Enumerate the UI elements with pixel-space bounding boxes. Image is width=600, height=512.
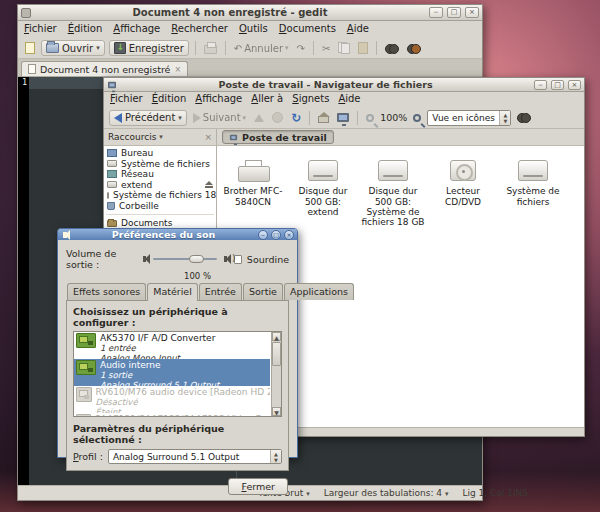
scroll-up-icon[interactable]: ▲: [272, 332, 281, 341]
output-volume-slider[interactable]: [153, 253, 216, 265]
minimize-button[interactable]: ‒: [534, 80, 547, 90]
view-mode-stepper-icon[interactable]: ▲▼: [499, 111, 510, 125]
undo-dropdown-icon: ▾: [285, 44, 289, 52]
menu-aide[interactable]: Aide: [338, 93, 360, 106]
maximize-button[interactable]: □: [447, 7, 461, 18]
back-button[interactable]: Précédent ▾: [109, 110, 187, 126]
back-dropdown-icon[interactable]: ▾: [178, 114, 182, 122]
maximize-button[interactable]: □: [551, 80, 564, 90]
tab-applications[interactable]: Applications: [284, 283, 354, 300]
menu-affichage[interactable]: Affichage: [195, 93, 242, 106]
find-button[interactable]: [383, 40, 401, 56]
menu-signets[interactable]: Signets: [292, 93, 329, 106]
device-row-saa7131[interactable]: SAA7131/SAA7133/SAA7135 Video Broadcast …: [74, 413, 270, 417]
menu-documents[interactable]: Documents: [279, 23, 336, 35]
find-replace-button[interactable]: [405, 40, 423, 56]
scroll-down-icon[interactable]: ▼: [272, 407, 281, 416]
tab-close-icon[interactable]: ×: [174, 65, 181, 74]
device-row-ak5370[interactable]: AK5370 I/F A/D Converter 1 entrée Analog…: [74, 332, 270, 359]
sidebar-header-dropdown-icon[interactable]: ▾: [159, 133, 163, 141]
sidebar-item-systeme-18gb[interactable]: Système de fichiers 18 GB: [104, 190, 216, 201]
file-icon-disque-18gb[interactable]: Disque dur 500 GB: Système de fichiers 1…: [359, 160, 427, 228]
file-icon-disque-extend[interactable]: Disque dur 500 GB: extend: [289, 160, 357, 217]
cut-button[interactable]: ✂: [320, 40, 332, 56]
profile-selector[interactable]: Analog Surround 5.1 Output ▲▼: [108, 449, 282, 464]
search-button[interactable]: [515, 110, 533, 126]
close-dialog-button[interactable]: Fermer: [228, 478, 288, 495]
stop-icon: [272, 112, 283, 123]
sidebar-item-corbeille[interactable]: Corbeille: [104, 201, 216, 212]
menu-outils[interactable]: Outils: [239, 23, 268, 35]
redo-button[interactable]: ↷: [295, 40, 307, 56]
forward-button[interactable]: Suivant ▾: [191, 110, 248, 126]
open-folder-icon: [46, 43, 59, 53]
tab-effets-sonores[interactable]: Effets sonores: [67, 283, 146, 300]
device-row-audio-interne[interactable]: Audio interne 1 sortie Analog Surround 5…: [74, 359, 270, 386]
sidebar-item-reseau[interactable]: Réseau: [104, 169, 216, 180]
file-icon-brother-printer[interactable]: Brother MFC-5840CN: [219, 160, 287, 207]
menu-fichier[interactable]: Fichier: [110, 93, 143, 106]
dialog-title: Préférences du son: [72, 229, 255, 240]
undo-button[interactable]: ↶ Annuler ▾: [232, 40, 291, 56]
sound-preferences-dialog: Préférences du son ‒ □ × Volume de sorti…: [57, 228, 298, 458]
location-button-poste-de-travail[interactable]: Poste de travail: [222, 130, 334, 144]
sidebar-item-documents[interactable]: Documents: [104, 218, 216, 229]
output-volume-label: Volume de sortie :: [66, 248, 136, 270]
computer-button[interactable]: [335, 110, 351, 126]
dialog-titlebar[interactable]: Préférences du son ‒ □ ×: [58, 229, 297, 240]
tab-entree[interactable]: Entrée: [199, 283, 242, 300]
print-button[interactable]: [202, 40, 219, 56]
new-document-icon: [25, 42, 35, 54]
home-button[interactable]: [316, 110, 331, 126]
up-button[interactable]: [252, 110, 266, 126]
maximize-button[interactable]: □: [271, 230, 281, 240]
view-mode-selector[interactable]: Vue en icônes ▲▼: [427, 110, 511, 126]
file-icon-systeme-de-fichiers[interactable]: Système de fichiers: [499, 160, 567, 207]
file-icon-lecteur-cd[interactable]: Lecteur CD/DVD: [429, 160, 497, 207]
menu-edition[interactable]: Édition: [152, 93, 187, 106]
desktop-icon: [107, 149, 117, 157]
zoom-out-button[interactable]: [364, 110, 376, 126]
device-list-scrollbar[interactable]: ▲ ▼: [271, 332, 281, 416]
stop-button[interactable]: [270, 110, 285, 126]
menu-rechercher[interactable]: Rechercher: [171, 23, 228, 35]
document-tab[interactable]: Document 4 non enregistré ×: [21, 61, 188, 76]
copy-button[interactable]: [336, 40, 352, 56]
gedit-app-icon: [21, 8, 31, 18]
minimize-button[interactable]: ‒: [429, 7, 443, 18]
close-button[interactable]: ×: [465, 7, 479, 18]
menu-aller-a[interactable]: Aller à: [251, 93, 283, 106]
menu-affichage[interactable]: Affichage: [113, 23, 160, 35]
scrollbar-thumb[interactable]: [272, 342, 281, 366]
sidebar-item-systeme-de-fichiers[interactable]: Système de fichiers: [104, 159, 216, 170]
menu-edition[interactable]: Édition: [68, 23, 103, 35]
profile-stepper-icon[interactable]: ▲▼: [270, 450, 281, 463]
new-document-button[interactable]: [23, 40, 37, 56]
open-dropdown-icon[interactable]: ▾: [96, 44, 100, 52]
paste-button[interactable]: [356, 40, 370, 56]
sidebar-header[interactable]: Raccourcis ▾ ×: [104, 129, 217, 145]
zoom-in-button[interactable]: [411, 110, 423, 126]
sidebar-item-bureau[interactable]: Bureau: [104, 148, 216, 159]
tab-width-selector[interactable]: Largeur des tabulations: 4 ▾: [324, 488, 449, 498]
print-icon: [204, 45, 217, 54]
minimize-button[interactable]: ‒: [258, 230, 268, 240]
close-button[interactable]: ×: [568, 80, 581, 90]
cd-drive-icon: [450, 160, 476, 181]
slider-handle[interactable]: [189, 255, 204, 263]
mute-label: Sourdine: [247, 254, 289, 265]
open-button[interactable]: Ouvrir ▾: [41, 40, 105, 56]
close-button[interactable]: ×: [284, 230, 294, 240]
save-button[interactable]: Enregistrer: [109, 40, 189, 56]
reload-button[interactable]: ↻: [289, 110, 303, 126]
eject-icon[interactable]: [205, 181, 213, 188]
gedit-titlebar[interactable]: Document 4 non enregistré - gedit ‒ □ ×: [18, 5, 482, 21]
sidebar-item-extend[interactable]: extend: [104, 180, 216, 191]
device-row-rv610[interactable]: RV610/M76 audio device [Radeon HD 2600 S…: [74, 386, 270, 413]
menu-aide[interactable]: Aide: [347, 23, 369, 35]
tab-sortie[interactable]: Sortie: [243, 283, 283, 300]
fm-titlebar[interactable]: Poste de travail - Navigateur de fichier…: [104, 78, 584, 92]
sidebar-close-icon[interactable]: ×: [204, 132, 212, 142]
tab-materiel[interactable]: Matériel: [147, 283, 198, 301]
menu-fichier[interactable]: Fichier: [24, 23, 57, 35]
